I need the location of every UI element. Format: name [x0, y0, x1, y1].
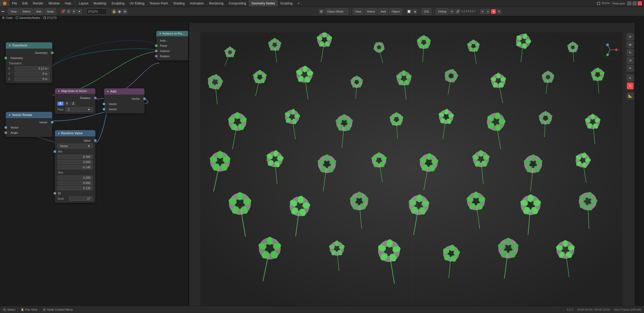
xray-icon[interactable]: ◎: [486, 9, 490, 14]
workspace-compositing[interactable]: Compositing: [226, 0, 249, 7]
blender-logo[interactable]: [0, 0, 9, 7]
annotate-tool[interactable]: ✏: [627, 75, 634, 82]
rv-type-dropdown[interactable]: Vector ▼: [57, 144, 93, 148]
viewport-shading-wire[interactable]: ⬜: [407, 9, 411, 14]
svg-point-89: [258, 70, 262, 75]
settings-icon[interactable]: ⚙: [497, 9, 501, 14]
menu-file[interactable]: File: [9, 0, 20, 7]
add-node-header[interactable]: ▼ Add: [104, 88, 144, 95]
breadcrumb-geometry-nodes[interactable]: GeometryNodes: [19, 16, 40, 19]
workspace-scripting[interactable]: Scripting: [278, 0, 295, 7]
workspace-shading[interactable]: Shading: [171, 0, 187, 7]
measure-tool[interactable]: 📐: [627, 92, 634, 99]
select-btn2[interactable]: Select: [365, 8, 378, 15]
menu-edit[interactable]: Edit: [20, 0, 30, 7]
pin-icon[interactable]: 📌: [61, 9, 65, 14]
rv-seed-input[interactable]: 17: [69, 196, 93, 201]
menu-render[interactable]: Render: [30, 0, 46, 7]
cursor-tool[interactable]: ✛: [627, 33, 634, 40]
ae-y-btn[interactable]: Y: [64, 102, 70, 106]
frame-input[interactable]: [86, 8, 107, 15]
vector-rotate-header[interactable]: ▼ Vector Rotate: [6, 112, 52, 118]
svg-point-6: [3, 17, 4, 18]
record-icon[interactable]: ⏺: [491, 9, 496, 14]
node-menu-btn[interactable]: Node: [45, 8, 56, 15]
transform-x-input[interactable]: 0.12 m: [15, 66, 50, 71]
x-label: X: [8, 67, 14, 70]
add-btn2[interactable]: Add: [378, 8, 388, 15]
align-euler-header[interactable]: ▼ Align Euler to Vector: [55, 88, 95, 94]
workspace-rendering[interactable]: Rendering: [206, 0, 226, 7]
view-btn2[interactable]: View: [353, 8, 364, 15]
iop-points-socket[interactable]: [155, 44, 158, 47]
menu-help[interactable]: Help: [62, 0, 74, 7]
gis-btn[interactable]: GIS: [422, 8, 431, 15]
transform-tool[interactable]: ✦: [627, 65, 634, 72]
flower-scene: X Y Z: [188, 32, 635, 306]
star-icon[interactable]: ✦: [77, 9, 82, 14]
vr-vector-out-socket[interactable]: [51, 121, 54, 124]
viewport-layout-icon[interactable]: ⊞: [319, 9, 324, 14]
rv-min-y[interactable]: 0.000: [57, 160, 93, 164]
view-menu-btn[interactable]: View: [8, 8, 19, 15]
transform-geometry-out-socket[interactable]: [51, 51, 54, 54]
add-vector-in2-socket[interactable]: [103, 108, 105, 111]
refresh-icon[interactable]: ↺: [66, 9, 71, 14]
rv-max-y[interactable]: -0.650: [57, 181, 93, 185]
breadcrumb-cube[interactable]: Cube: [6, 16, 13, 19]
workspace-animation[interactable]: Animation: [187, 0, 206, 7]
transform-geometry-in-socket[interactable]: [4, 57, 7, 59]
add-vector-out-socket[interactable]: [143, 97, 146, 100]
ae-z-btn[interactable]: Z: [70, 102, 76, 106]
iop-rotation-socket[interactable]: [155, 55, 158, 57]
ae-rotation-out-socket[interactable]: [94, 97, 97, 99]
workspace-modeling[interactable]: Modeling: [91, 0, 109, 7]
close-icon[interactable]: ✕: [72, 9, 76, 14]
ae-x-btn[interactable]: X: [57, 102, 63, 106]
rv-value-out-socket[interactable]: [94, 139, 97, 142]
scale-tool[interactable]: ⇲: [627, 57, 634, 64]
editor-type-icon[interactable]: [1, 10, 5, 13]
snap-transform-icon[interactable]: 🔗: [455, 9, 460, 14]
move-tool[interactable]: ⊕: [627, 41, 634, 48]
object-mode-btn[interactable]: Object Mode: [325, 8, 348, 15]
active-tool[interactable]: ✪: [627, 83, 634, 89]
workspace-uv-editing[interactable]: UV Editing: [127, 0, 147, 7]
overlay-icon[interactable]: ◉: [117, 9, 122, 14]
add-menu-btn[interactable]: Add: [34, 8, 44, 15]
object-btn2[interactable]: Object: [389, 8, 402, 15]
vr-angle-socket[interactable]: [4, 131, 7, 134]
ae-pivot-dropdown[interactable]: Z ▼: [65, 107, 93, 112]
global-btn[interactable]: Global: [436, 8, 449, 15]
svg-point-265: [531, 154, 536, 161]
workspace-texture-paint[interactable]: Texture Paint: [147, 0, 171, 7]
transform-icon[interactable]: ⊕: [450, 9, 454, 14]
rv-id-socket[interactable]: [54, 192, 56, 195]
viewport-overlay-icon[interactable]: ⊛: [480, 9, 485, 14]
snap-icon[interactable]: 🔒: [112, 9, 116, 14]
workspace-add[interactable]: +: [295, 0, 302, 7]
iop-instance-socket[interactable]: [155, 50, 158, 52]
add-vector-in1-socket[interactable]: [103, 103, 105, 105]
rv-max-x[interactable]: 0.200: [57, 176, 93, 180]
select-menu-btn[interactable]: Select: [20, 8, 33, 15]
editor-divider[interactable]: [188, 23, 189, 306]
viewport-shading-solid[interactable]: ◑: [413, 9, 417, 14]
transform-node-header[interactable]: ▼ Transform: [6, 42, 52, 49]
workspace-layout[interactable]: Layout: [76, 0, 91, 7]
rv-min-z[interactable]: -0.140: [57, 165, 93, 169]
menu-window[interactable]: Window: [46, 0, 62, 7]
rv-min-socket[interactable]: [54, 150, 56, 153]
workspace-sculpting[interactable]: Sculpting: [109, 0, 127, 7]
rv-max-z[interactable]: 0.130: [57, 186, 93, 190]
rv-min-x[interactable]: -0.300: [57, 155, 93, 159]
transform-y-input[interactable]: 0 m: [15, 72, 50, 76]
breadcrumb-num[interactable]: 271273: [47, 16, 57, 19]
rotate-tool[interactable]: ↻: [627, 49, 634, 56]
workspace-geometry-nodes[interactable]: Geometry Nodes: [249, 0, 278, 7]
transform-z-input[interactable]: 0 m: [15, 77, 50, 81]
instance-on-points-header[interactable]: ▼ Instance on Poi...: [156, 31, 188, 36]
gizmo-icon[interactable]: ⊕: [123, 9, 127, 14]
random-value-header[interactable]: ▼ Random Value: [55, 130, 95, 136]
vr-vector-in-socket[interactable]: [4, 126, 7, 129]
